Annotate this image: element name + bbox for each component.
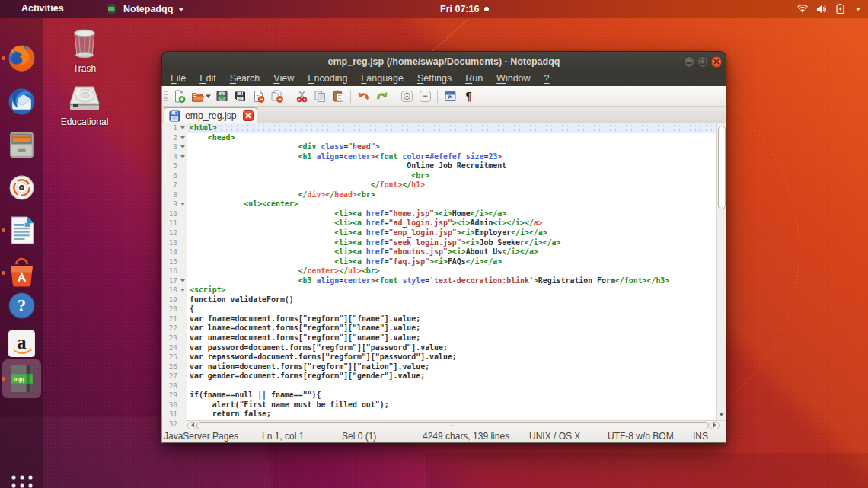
show-special-chars-button[interactable] <box>441 87 459 105</box>
status-language[interactable]: JavaServer Pages <box>164 429 238 443</box>
paste-button[interactable] <box>329 87 347 105</box>
close-button[interactable] <box>711 56 723 68</box>
code-line-9[interactable]: <ul><center> <box>187 199 716 209</box>
close-document-button[interactable] <box>249 87 267 105</box>
code-line-21[interactable]: var fname=document.forms["regform"]["fna… <box>187 314 716 324</box>
code-line-1[interactable]: <html> <box>187 123 716 133</box>
code-line-25[interactable]: var repassword=document.forms["regform"]… <box>187 352 716 362</box>
menu-settings[interactable]: Settings <box>410 71 458 86</box>
dock-item-firefox[interactable] <box>6 43 37 74</box>
fold-marker-icon[interactable] <box>180 279 185 282</box>
line-number: 21 <box>169 314 177 324</box>
scroll-right-button[interactable] <box>710 422 720 429</box>
desktop-icon-trash[interactable]: Trash <box>60 27 109 74</box>
dock-item-thunderbird[interactable] <box>6 86 37 117</box>
code-line-19[interactable]: function validateForm() <box>187 295 716 305</box>
new-file-button[interactable] <box>170 87 188 105</box>
status-eol-format[interactable]: UNIX / OS X <box>529 429 580 443</box>
menu-encoding[interactable]: Encoding <box>301 71 354 86</box>
dock-item-libreoffice-writer[interactable] <box>6 215 37 246</box>
code-line-17[interactable]: <h3 align=center><font style='text-decor… <box>187 276 716 286</box>
minimize-button[interactable] <box>684 56 695 68</box>
code-line-29[interactable]: if(fname==null || fname==""){ <box>187 391 716 400</box>
desktop-icon-educational[interactable]: Educational <box>60 85 109 127</box>
code-line-11[interactable]: <li><a href="ad_login.jsp"><i>Admin<i></… <box>187 218 716 228</box>
fold-marker-icon[interactable] <box>180 203 185 206</box>
code-line-3[interactable]: <div class="head"> <box>187 142 716 152</box>
save-button[interactable] <box>212 87 231 105</box>
menu-search[interactable]: Search <box>223 71 267 86</box>
fold-marker-icon[interactable] <box>180 289 185 292</box>
menu-run[interactable]: Run <box>458 71 490 86</box>
code-line-31[interactable]: return false; <box>187 410 716 419</box>
app-menu-button[interactable]: Notepadqq <box>107 0 184 18</box>
menu-language[interactable]: Language <box>354 71 410 86</box>
tab-saved-icon <box>169 110 180 122</box>
activities-button[interactable]: Activities <box>11 0 75 18</box>
fold-marker-icon[interactable] <box>180 136 185 139</box>
maximize-button[interactable] <box>697 56 709 68</box>
code-line-27[interactable]: var gender=document.forms[regform"]["gen… <box>187 372 716 381</box>
code-line-7[interactable]: </font></h1> <box>187 180 716 190</box>
open-dropdown-button[interactable] <box>204 87 212 105</box>
code-line-28[interactable] <box>187 381 716 391</box>
line-number-gutter[interactable]: 1234567891011121314151617181920212223242… <box>162 123 187 429</box>
scroll-down-button[interactable] <box>716 410 726 419</box>
dock-item-notepadqq[interactable]: nqq <box>6 363 37 394</box>
show-applications-button[interactable] <box>9 473 35 488</box>
vertical-scrollbar[interactable]: ⋯ <box>716 123 726 429</box>
code-line-24[interactable]: var password=document.forms["regform"]["… <box>187 343 716 353</box>
menu-edit[interactable]: Edit <box>193 71 223 86</box>
tab-close-button[interactable] <box>243 110 254 121</box>
code-line-22[interactable]: var lname=document.forms["regform"]["lna… <box>187 324 716 333</box>
clock[interactable]: Fri 07:16 <box>440 0 489 18</box>
close-all-button[interactable] <box>267 87 286 105</box>
dock-item-ubuntu-software[interactable] <box>6 257 37 289</box>
editor-area[interactable]: 1234567891011121314151617181920212223242… <box>161 123 726 429</box>
code-line-5[interactable]: Online Job Recruitment <box>187 161 716 171</box>
code-line-12[interactable]: <li><a href="emp_login.jsp"><i>Employer<… <box>187 228 716 238</box>
code-area[interactable]: <html><head><div class="head"><h1 align=… <box>187 123 716 429</box>
code-line-6[interactable]: <br> <box>187 171 716 181</box>
dock-item-help[interactable]: ? <box>6 290 37 321</box>
code-line-2[interactable]: <head> <box>187 133 716 143</box>
title-bar[interactable]: emp_reg.jsp (/home/swap/Documents) - Not… <box>161 51 726 71</box>
menu-window[interactable]: Window <box>490 71 537 86</box>
code-line-20[interactable]: { <box>187 305 716 314</box>
code-line-30[interactable]: alert("First name must be filled out"); <box>187 400 716 410</box>
dock-item-files[interactable] <box>6 129 37 161</box>
vertical-scrollbar-thumb[interactable]: ⋯ <box>718 126 726 209</box>
code-line-15[interactable]: <li><a href="faq.jsp"><i>FAQs</i></a> <box>187 257 716 267</box>
code-line-14[interactable]: <li><a href="aboutus.jsp"><i>About Us</i… <box>187 247 716 257</box>
dock-item-rhythmbox[interactable] <box>6 172 37 203</box>
zoom-in-button[interactable] <box>397 87 416 105</box>
code-line-4[interactable]: <h1 align=center><font color=#efefef siz… <box>187 152 716 162</box>
menu-view[interactable]: View <box>266 71 301 86</box>
horizontal-scrollbar[interactable]: ⋯ <box>187 420 726 429</box>
horizontal-scrollbar-thumb[interactable]: ⋯ <box>196 422 709 429</box>
tab-emp-reg-jsp[interactable]: emp_reg.jsp <box>164 107 257 123</box>
fold-marker-icon[interactable] <box>180 155 185 158</box>
code-line-26[interactable]: var nation=document.forms["regform"]["na… <box>187 362 716 372</box>
system-tray[interactable] <box>796 0 862 18</box>
status-encoding[interactable]: UTF-8 w/o BOM <box>608 429 674 443</box>
copy-button[interactable] <box>311 87 329 105</box>
code-line-13[interactable]: <li><a href="seek_login.jsp"><i>Job Seek… <box>187 238 716 248</box>
fold-marker-icon[interactable] <box>180 145 185 148</box>
zoom-out-button[interactable] <box>416 87 434 105</box>
undo-button[interactable] <box>354 87 372 105</box>
save-all-button[interactable] <box>231 87 249 105</box>
show-all-characters-button[interactable]: ¶ <box>459 87 477 105</box>
dock-item-amazon[interactable]: a <box>6 328 37 359</box>
menu-[interactable]: ? <box>538 71 557 86</box>
code-line-23[interactable]: var uname=document.forms["regform"]["una… <box>187 333 716 343</box>
code-line-18[interactable]: <script> <box>187 285 716 295</box>
fold-marker-icon[interactable] <box>180 126 185 129</box>
toolbar-handle[interactable] <box>163 90 168 102</box>
code-line-16[interactable]: </center></ul><br> <box>187 266 716 276</box>
code-line-8[interactable]: </div></head><br> <box>187 190 716 200</box>
cut-button[interactable] <box>292 87 311 105</box>
code-line-10[interactable]: <li><a href="home.jsp"><i>Home</i></a> <box>187 209 716 219</box>
redo-button[interactable] <box>372 87 391 105</box>
menu-file[interactable]: File <box>164 71 193 86</box>
